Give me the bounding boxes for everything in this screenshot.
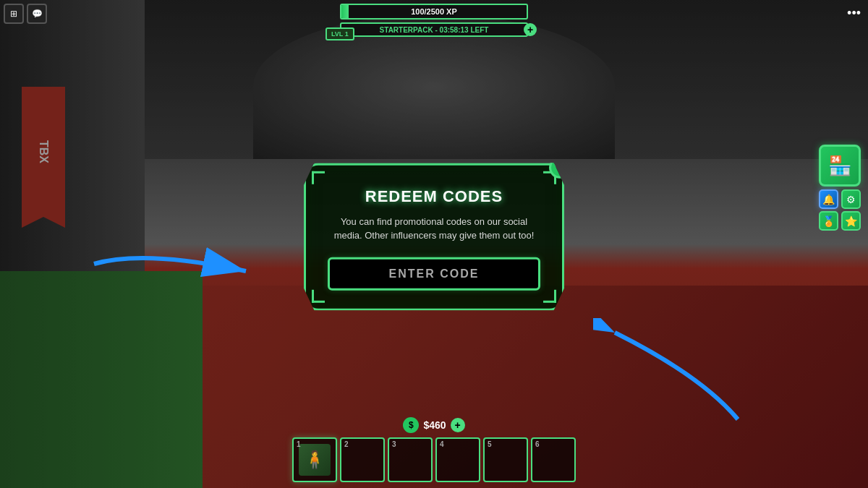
modal-title: REDEEM CODES [328, 187, 540, 205]
starterpack-text: STARTERPACK - 03:58:13 LEFT [380, 26, 489, 34]
settings-btn[interactable]: ⚙ [841, 189, 861, 209]
slot-num-4: 4 [440, 440, 444, 448]
xp-bar: 100/2500 XP [340, 4, 528, 20]
modal-inner: ✕ REDEEM CODES You can find promotional … [304, 163, 564, 310]
slot-num-2: 2 [344, 440, 349, 448]
slot-num-3: 3 [392, 440, 396, 448]
inv-slot-1[interactable]: 1 🧍 [292, 437, 337, 482]
top-hud: 100/2500 XP STARTERPACK - 03:58:13 LEFT … [0, 0, 868, 51]
money-plus-btn[interactable]: + [451, 418, 465, 432]
inv-slot-2[interactable]: 2 [340, 437, 385, 482]
money-text: $460 [423, 419, 446, 431]
redeem-modal: ✕ REDEEM CODES You can find promotional … [304, 163, 564, 310]
money-bar: $ $460 + [403, 417, 464, 433]
notifications-btn[interactable]: 🔔 [819, 189, 838, 209]
more-options-btn[interactable]: ••• [847, 6, 861, 21]
slot-num-6: 6 [535, 440, 540, 448]
xp-bar-container: 100/2500 XP [326, 4, 542, 20]
modal-description: You can find promotional codes on our so… [328, 214, 540, 242]
xp-text: 100/2500 XP [341, 5, 527, 18]
inventory-bar: 1 🧍 2 3 4 5 6 [292, 437, 576, 482]
corner-br [543, 289, 556, 302]
enter-code-input[interactable] [328, 257, 540, 290]
right-grid: 🔔 ⚙ 🏅 ⭐ [819, 189, 861, 231]
inv-slot-6[interactable]: 6 [531, 437, 576, 482]
money-icon: $ [403, 417, 419, 433]
starterpack-plus-btn[interactable]: + [524, 23, 537, 36]
inv-slot-3[interactable]: 3 [388, 437, 433, 482]
inv-slot-5[interactable]: 5 [483, 437, 528, 482]
corner-tl [312, 171, 325, 184]
bottom-hud: $ $460 + 1 🧍 2 3 4 5 6 [0, 417, 868, 488]
right-panel: 🏪 🔔 ⚙ 🏅 ⭐ [819, 145, 861, 231]
starterpack-bar: STARTERPACK - 03:58:13 LEFT + [340, 22, 528, 37]
medals-btn[interactable]: 🏅 [819, 211, 838, 231]
shop-btn[interactable]: 🏪 [819, 145, 861, 187]
player-avatar-icon: 🧍 [299, 444, 331, 476]
corner-bl [312, 289, 325, 302]
inv-slot-4[interactable]: 4 [435, 437, 480, 482]
level-badge: LVL 1 [326, 27, 354, 40]
stars-btn[interactable]: ⭐ [841, 211, 861, 231]
slot-num-5: 5 [488, 440, 492, 448]
slot-num-1: 1 [297, 440, 301, 448]
